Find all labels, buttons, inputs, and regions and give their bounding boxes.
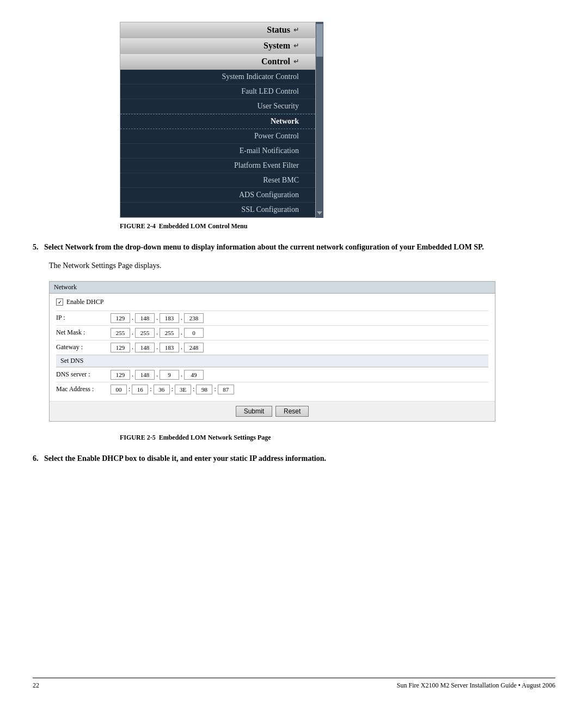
menu-arrow-status: ↵ bbox=[293, 26, 299, 34]
ip-row: IP : 129 . 148 . 183 . 238 bbox=[56, 311, 488, 325]
menu-item-system-indicator[interactable]: System Indicator Control bbox=[120, 70, 315, 84]
gateway-row: Gateway : 129 . 148 . 183 . 248 bbox=[56, 340, 488, 355]
menu-item-reset-bmc[interactable]: Reset BMC bbox=[120, 173, 315, 188]
step-5-text: Select Network from the drop-down menu t… bbox=[44, 243, 484, 251]
netmask-octet-3[interactable]: 255 bbox=[160, 328, 179, 338]
menu-item-label: Fault LED Control bbox=[241, 87, 299, 96]
gateway-octet-2[interactable]: 148 bbox=[135, 343, 155, 352]
dns-fields: 129 . 148 . 9 . 49 bbox=[111, 370, 204, 380]
menu-item-network[interactable]: Network bbox=[120, 114, 315, 129]
menu-item-platform-event[interactable]: Platform Event Filter bbox=[120, 159, 315, 173]
mac-octet-4[interactable]: 3E bbox=[175, 385, 191, 394]
menu-item-user-security[interactable]: User Security bbox=[120, 99, 315, 114]
menu-item-ssl-config[interactable]: SSL Configuration bbox=[120, 203, 315, 217]
step-6-number: 6. bbox=[33, 454, 39, 462]
figure-4-container: Status ↵ System ↵ Control ↵ System Indic… bbox=[33, 22, 555, 230]
dns-octet-3[interactable]: 9 bbox=[160, 370, 179, 380]
set-dns-header: Set DNS bbox=[56, 355, 488, 367]
mac-octet-6[interactable]: 87 bbox=[218, 385, 234, 394]
mac-octet-3[interactable]: 36 bbox=[154, 385, 170, 394]
ip-label: IP : bbox=[56, 314, 111, 322]
netmask-octet-1[interactable]: 255 bbox=[111, 328, 130, 338]
dns-octet-2[interactable]: 148 bbox=[135, 370, 155, 380]
step-5: 5. Select Network from the drop-down men… bbox=[33, 241, 555, 253]
scrollbar[interactable] bbox=[316, 22, 323, 218]
scrollbar-thumb[interactable] bbox=[316, 24, 323, 57]
dhcp-checkbox[interactable] bbox=[56, 299, 63, 306]
menu-item-label: Platform Event Filter bbox=[234, 161, 299, 170]
dns-label: DNS server : bbox=[56, 370, 111, 379]
gateway-octet-4[interactable]: 248 bbox=[184, 343, 204, 352]
ip-octet-3[interactable]: 183 bbox=[160, 313, 179, 323]
menu-screenshot-wrapper: Status ↵ System ↵ Control ↵ System Indic… bbox=[33, 22, 323, 218]
mac-octet-5[interactable]: 98 bbox=[196, 385, 212, 394]
mac-label: Mac Address : bbox=[56, 385, 111, 393]
ip-fields: 129 . 148 . 183 . 238 bbox=[111, 313, 204, 323]
menu-item-label: System Indicator Control bbox=[222, 72, 299, 81]
menu-item-label: ADS Configuration bbox=[239, 191, 299, 199]
figure-5-container: Network Enable DHCP IP : 129 . 148 . 183… bbox=[33, 281, 555, 442]
submit-button[interactable]: Submit bbox=[236, 406, 272, 417]
network-settings-page: Network Enable DHCP IP : 129 . 148 . 183… bbox=[49, 281, 495, 422]
gateway-octet-1[interactable]: 129 bbox=[111, 343, 130, 352]
mac-octet-1[interactable]: 00 bbox=[111, 385, 127, 394]
netmask-octet-2[interactable]: 255 bbox=[135, 328, 155, 338]
menu-list: Status ↵ System ↵ Control ↵ System Indic… bbox=[120, 22, 315, 217]
netmask-fields: 255 . 255 . 255 . 0 bbox=[111, 328, 204, 338]
dns-octet-4[interactable]: 49 bbox=[184, 370, 204, 380]
footer: 22 Sun Fire X2100 M2 Server Installation… bbox=[33, 678, 555, 690]
menu-item-label: Status bbox=[267, 25, 290, 35]
menu-item-control[interactable]: Control ↵ bbox=[120, 54, 315, 70]
page-number: 22 bbox=[33, 681, 39, 690]
step-5-number: 5. bbox=[33, 243, 39, 251]
menu-item-label: E-mail Notification bbox=[240, 147, 299, 155]
reset-button[interactable]: Reset bbox=[275, 406, 309, 417]
menu-item-label: Network bbox=[271, 117, 299, 126]
gateway-label: Gateway : bbox=[56, 343, 111, 351]
menu-item-ads-config[interactable]: ADS Configuration bbox=[120, 188, 315, 203]
ip-octet-4[interactable]: 238 bbox=[184, 313, 204, 323]
submit-row: Submit Reset bbox=[50, 401, 495, 421]
netmask-label: Net Mask : bbox=[56, 328, 111, 337]
mac-fields: 00 : 16 : 36 : 3E : 98 : 87 bbox=[111, 385, 234, 394]
body-text-5: The Network Settings Page displays. bbox=[49, 260, 555, 272]
menu-item-label: Control bbox=[261, 57, 290, 66]
mac-row: Mac Address : 00 : 16 : 36 : 3E : 98 : 8… bbox=[56, 382, 488, 397]
control-menu-screenshot: Status ↵ System ↵ Control ↵ System Indic… bbox=[120, 22, 316, 218]
menu-item-label: Power Control bbox=[254, 132, 299, 141]
network-body: Enable DHCP IP : 129 . 148 . 183 . 238 N… bbox=[50, 294, 495, 401]
menu-item-label: Reset BMC bbox=[263, 176, 299, 185]
menu-item-label: System bbox=[264, 41, 290, 51]
figure-4-caption: FIGURE 2-4 Embedded LOM Control Menu bbox=[120, 222, 247, 230]
dhcp-label: Enable DHCP bbox=[66, 298, 103, 306]
dns-row: DNS server : 129 . 148 . 9 . 49 bbox=[56, 367, 488, 382]
menu-arrow-control: ↵ bbox=[293, 58, 299, 66]
step-6-text: Select the Enable DHCP box to disable it… bbox=[44, 454, 326, 462]
menu-item-label: User Security bbox=[257, 102, 299, 111]
menu-item-status[interactable]: Status ↵ bbox=[120, 22, 315, 38]
netmask-row: Net Mask : 255 . 255 . 255 . 0 bbox=[56, 325, 488, 340]
menu-item-label: SSL Configuration bbox=[241, 205, 299, 214]
gateway-octet-3[interactable]: 183 bbox=[160, 343, 179, 352]
menu-item-fault-led[interactable]: Fault LED Control bbox=[120, 84, 315, 99]
netmask-octet-4[interactable]: 0 bbox=[184, 328, 204, 338]
dns-octet-1[interactable]: 129 bbox=[111, 370, 130, 380]
mac-octet-2[interactable]: 16 bbox=[132, 385, 148, 394]
menu-item-email-notification[interactable]: E-mail Notification bbox=[120, 144, 315, 159]
doc-title: Sun Fire X2100 M2 Server Installation Gu… bbox=[397, 681, 555, 690]
ip-octet-1[interactable]: 129 bbox=[111, 313, 130, 323]
menu-item-power-control[interactable]: Power Control bbox=[120, 129, 315, 144]
ip-octet-2[interactable]: 148 bbox=[135, 313, 155, 323]
network-title-bar: Network bbox=[50, 282, 495, 294]
figure-5-caption: FIGURE 2-5 Embedded LOM Network Settings… bbox=[120, 434, 271, 442]
gateway-fields: 129 . 148 . 183 . 248 bbox=[111, 343, 204, 352]
menu-item-system[interactable]: System ↵ bbox=[120, 38, 315, 54]
step-6: 6. Select the Enable DHCP box to disable… bbox=[33, 453, 555, 465]
dhcp-row: Enable DHCP bbox=[56, 298, 488, 306]
menu-arrow-system: ↵ bbox=[293, 42, 299, 50]
